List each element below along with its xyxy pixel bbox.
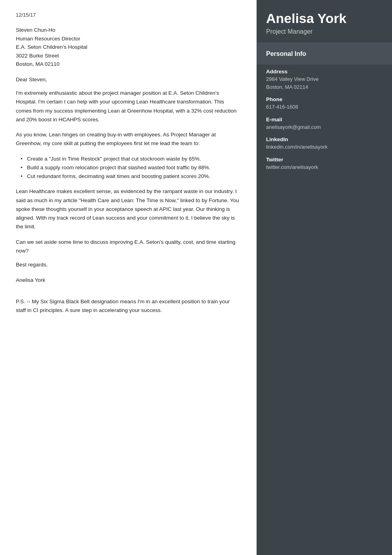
address-item: Address 2984 Valley View Drive Boston, M… — [266, 69, 382, 91]
recipient-org: E.A. Seton Children's Hospital — [16, 43, 241, 52]
phone-label: Phone — [266, 96, 382, 102]
signature: Anelisa York — [16, 277, 241, 283]
personal-info-heading: Personal Info — [266, 48, 382, 61]
recipient-title: Human Resources Director — [16, 34, 241, 43]
recipient-name: Steven Chun-Ho — [16, 26, 241, 34]
sidebar-panel: Anelisa York Project Manager Personal In… — [257, 0, 392, 555]
paragraph-1: I'm extremely enthusiastic about the pro… — [16, 89, 241, 124]
paragraph-3: Lean Healthcare makes excellent sense, a… — [16, 187, 241, 231]
bullet-list: Create a "Just in Time Restock" project … — [21, 155, 241, 181]
recipient-street: 3022 Burke Street — [16, 52, 241, 60]
personal-info-heading-section: Personal Info — [257, 42, 392, 65]
linkedin-item: LinkedIn linkedin.com/in/anelisayork — [266, 136, 382, 151]
candidate-title: Project Manager — [266, 28, 382, 35]
phone-value: 617-416-1608 — [266, 103, 382, 111]
twitter-label: Twitter — [266, 157, 382, 163]
paragraph-4: Can we set aside some time to discuss im… — [16, 238, 241, 256]
postscript: P.S. -- My Six Sigma Black Belt designat… — [16, 297, 241, 315]
recipient-block: Steven Chun-Ho Human Resources Director … — [16, 26, 241, 69]
address-line1: 2984 Valley View Drive — [266, 75, 382, 83]
bullet-item-3: Cut redundant forms, decimating wait tim… — [21, 172, 241, 181]
linkedin-value: linkedin.com/in/anelisayork — [266, 143, 382, 151]
bullet-item-2: Build a supply room relocation project t… — [21, 163, 241, 172]
phone-item: Phone 617-416-1608 — [266, 96, 382, 111]
twitter-item: Twitter twitter.com/anelisayork — [266, 157, 382, 171]
info-block: Address 2984 Valley View Drive Boston, M… — [257, 65, 392, 178]
letter-panel: 12/15/17 Steven Chun-Ho Human Resources … — [0, 0, 257, 555]
address-line2: Boston, MA 02114 — [266, 83, 382, 91]
letter-date: 12/15/17 — [16, 12, 241, 18]
candidate-name: Anelisa York — [266, 11, 382, 26]
address-label: Address — [266, 69, 382, 75]
closing: Best regards, — [16, 262, 241, 268]
name-section: Anelisa York Project Manager — [257, 0, 392, 42]
twitter-value: twitter.com/anelisayork — [266, 163, 382, 171]
email-item: E-mail anelisayork@gmail.com — [266, 117, 382, 131]
paragraph-2: As you know, Lean hinges on creating buy… — [16, 130, 241, 148]
recipient-city: Boston, MA 02110 — [16, 60, 241, 69]
salutation: Dear Steven, — [16, 77, 241, 82]
email-value: anelisayork@gmail.com — [266, 123, 382, 131]
linkedin-label: LinkedIn — [266, 136, 382, 142]
bullet-item-1: Create a "Just in Time Restock" project … — [21, 155, 241, 163]
email-label: E-mail — [266, 117, 382, 122]
